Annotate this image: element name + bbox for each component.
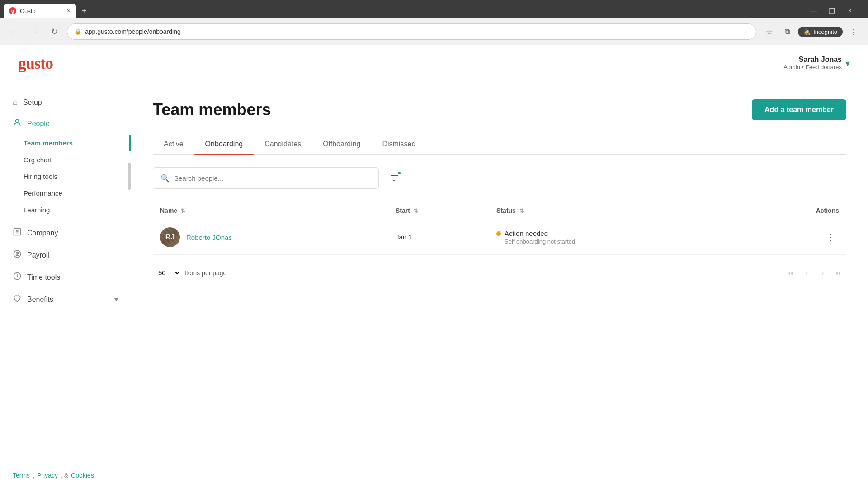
sidebar-sub-item-team-members[interactable]: Team members <box>0 135 131 151</box>
member-cell: RJ Roberto JOnas <box>160 227 381 247</box>
col-name[interactable]: Name ⇅ <box>153 202 388 220</box>
filter-button[interactable] <box>384 168 404 188</box>
split-screen-button[interactable]: ⧉ <box>780 24 794 39</box>
sidebar-sub-item-org-chart[interactable]: Org chart <box>0 151 131 168</box>
status-dot <box>496 231 501 236</box>
page-title: Team members <box>153 100 271 119</box>
items-per-page: 50 25 100 Items per page <box>153 267 226 279</box>
status-cell: Action needed Self onboarding not starte… <box>489 220 743 255</box>
window-maximize-button[interactable]: ❐ <box>825 4 839 18</box>
window-close-button[interactable]: × <box>843 4 857 18</box>
privacy-link[interactable]: Privacy <box>37 472 58 479</box>
sidebar-item-setup[interactable]: ⌂ Setup <box>0 92 131 113</box>
col-start[interactable]: Start ⇅ <box>388 202 489 220</box>
sidebar-item-benefits[interactable]: Benefits ▾ <box>0 288 131 310</box>
incognito-icon: 🕵 <box>803 28 811 35</box>
sidebar-sub-item-learning[interactable]: Learning <box>0 202 131 218</box>
gusto-logo: gusto <box>18 54 53 73</box>
col-status[interactable]: Status ⇅ <box>489 202 743 220</box>
incognito-button[interactable]: 🕵 Incognito <box>798 27 843 37</box>
start-date-cell: Jan 1 <box>388 220 489 255</box>
avatar: RJ <box>160 227 180 247</box>
per-page-select[interactable]: 50 25 100 <box>153 267 181 279</box>
app: gusto Sarah Jonas Admin • Feed donares ▾… <box>0 45 868 488</box>
tab-candidates[interactable]: Candidates <box>254 135 312 155</box>
window-minimize-button[interactable]: — <box>807 4 821 18</box>
sidebar-item-company[interactable]: Company <box>0 222 131 244</box>
sidebar: ⌂ Setup People Team members Org chart Hi… <box>0 81 131 488</box>
sidebar-sub-item-performance[interactable]: Performance <box>0 185 131 202</box>
user-menu[interactable]: Sarah Jonas Admin • Feed donares ▾ <box>783 56 850 70</box>
sidebar-item-label-benefits: Benefits <box>27 296 53 304</box>
table-row: RJ Roberto JOnas Jan 1 <box>153 220 846 255</box>
terms-link[interactable]: Terms <box>13 472 30 479</box>
sidebar-item-people[interactable]: People <box>0 113 131 135</box>
sidebar-sub-item-hiring-tools[interactable]: Hiring tools <box>0 168 131 185</box>
reload-button[interactable]: ↻ <box>47 24 61 39</box>
member-name-link[interactable]: Roberto JOnas <box>186 234 232 241</box>
svg-point-0 <box>16 119 19 122</box>
tab-active[interactable]: Active <box>153 135 194 155</box>
setup-icon: ⌂ <box>13 98 18 107</box>
sidebar-item-label-company: Company <box>27 229 58 237</box>
app-header: gusto Sarah Jonas Admin • Feed donares ▾ <box>0 45 868 81</box>
add-team-member-button[interactable]: Add a team member <box>752 99 846 120</box>
sidebar-item-label-people: People <box>27 120 50 128</box>
sidebar-scrollbar-track[interactable] <box>128 81 131 488</box>
search-input[interactable] <box>174 174 371 182</box>
team-members-label: Team members <box>24 139 73 147</box>
start-date: Jan 1 <box>396 233 412 241</box>
member-name-cell: RJ Roberto JOnas <box>153 220 388 255</box>
table-header: Name ⇅ Start ⇅ Status ⇅ Actions <box>153 202 846 220</box>
tab-onboarding[interactable]: Onboarding <box>194 135 254 155</box>
back-button[interactable]: ← <box>7 24 22 39</box>
main-layout: ⌂ Setup People Team members Org chart Hi… <box>0 81 868 488</box>
first-page-button[interactable]: ⏮ <box>783 266 797 280</box>
row-actions-button[interactable]: ⋮ <box>823 230 839 244</box>
tab-favicon: g <box>9 7 16 14</box>
new-tab-button[interactable]: + <box>78 4 90 18</box>
next-page-button[interactable]: › <box>816 266 830 280</box>
tab-title: Gusto <box>20 8 36 14</box>
tab-offboarding[interactable]: Offboarding <box>312 135 371 155</box>
pagination-row: 50 25 100 Items per page ⏮ ‹ › ⏭ <box>153 258 846 287</box>
start-sort-icon: ⇅ <box>414 208 418 214</box>
cookies-link[interactable]: Cookies <box>71 472 94 479</box>
search-filter-row: 🔍 <box>153 167 846 189</box>
incognito-label: Incognito <box>813 28 837 35</box>
user-role: Admin • Feed donares <box>783 64 842 70</box>
search-icon: 🔍 <box>160 174 170 183</box>
tab-dismissed[interactable]: Dismissed <box>371 135 426 155</box>
last-page-button[interactable]: ⏭ <box>832 266 846 280</box>
avatar-initials: RJ <box>165 233 175 241</box>
more-options-button[interactable]: ⋮ <box>846 24 861 39</box>
filter-active-dot <box>397 171 401 175</box>
pagination-nav: ⏮ ‹ › ⏭ <box>783 266 846 280</box>
prev-page-button[interactable]: ‹ <box>799 266 814 280</box>
nav-actions: ☆ ⧉ 🕵 Incognito ⋮ <box>762 24 861 39</box>
status-main-text: Action needed <box>505 230 548 237</box>
sidebar-scrollbar-thumb[interactable] <box>128 163 131 190</box>
browser-nav: ← → ↻ 🔒 app.gusto.com/people/onboarding … <box>0 18 868 45</box>
members-table: Name ⇅ Start ⇅ Status ⇅ Actions <box>153 202 846 255</box>
benefits-icon <box>13 294 22 305</box>
company-icon <box>13 227 22 239</box>
address-bar[interactable]: 🔒 app.gusto.com/people/onboarding <box>67 23 756 40</box>
content-header: Team members Add a team member <box>153 99 846 120</box>
org-chart-label: Org chart <box>24 156 52 164</box>
per-page-label: Items per page <box>184 269 226 277</box>
status-sub-text: Self onboarding not started <box>505 238 736 245</box>
active-tab[interactable]: g Gusto × <box>4 4 76 18</box>
forward-button[interactable]: → <box>27 24 42 39</box>
sidebar-item-time-tools[interactable]: Time tools <box>0 266 131 288</box>
tabs: Active Onboarding Candidates Offboarding… <box>153 135 846 155</box>
payroll-icon <box>13 249 22 261</box>
tab-close-button[interactable]: × <box>67 7 71 14</box>
sidebar-item-label-payroll: Payroll <box>27 251 49 259</box>
sidebar-item-label-time-tools: Time tools <box>27 273 60 282</box>
browser-tabs: g Gusto × + — ❐ × <box>0 0 868 18</box>
bookmark-button[interactable]: ☆ <box>762 24 776 39</box>
sidebar-item-label-setup: Setup <box>23 99 42 107</box>
sidebar-item-payroll[interactable]: Payroll <box>0 244 131 266</box>
benefits-chevron: ▾ <box>114 295 118 304</box>
